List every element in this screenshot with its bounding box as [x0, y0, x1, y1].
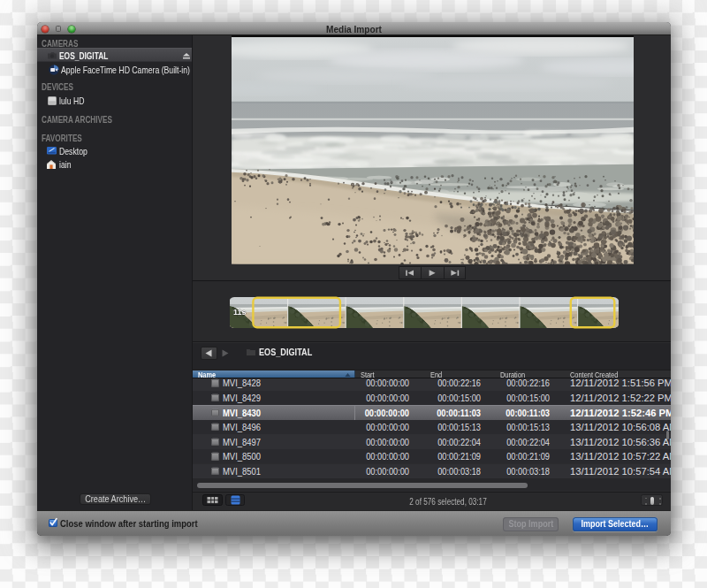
svg-text:11s: 11s	[233, 308, 247, 317]
